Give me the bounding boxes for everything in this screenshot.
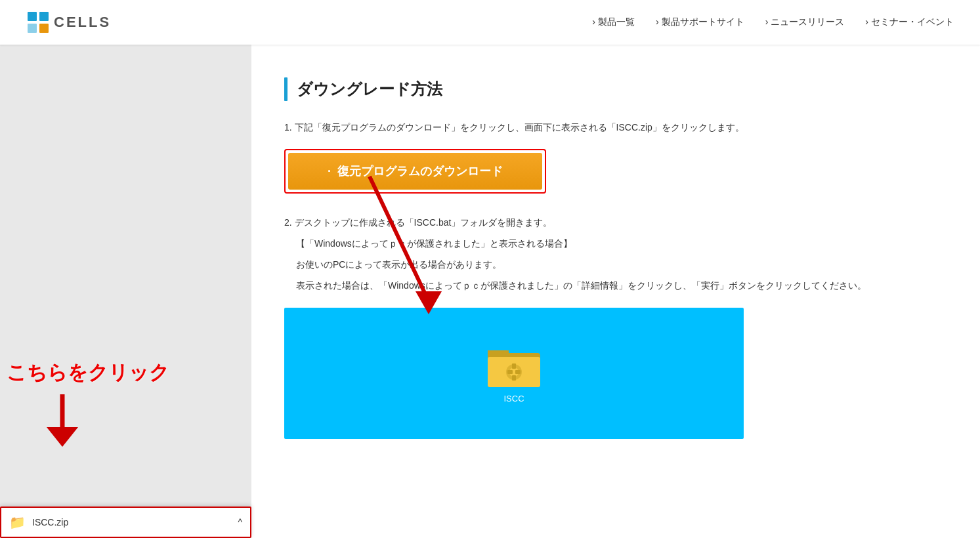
sidebar: こちらをクリック: [0, 45, 251, 538]
svg-rect-0: [28, 12, 37, 21]
download-filename: ISCC.zip: [32, 517, 231, 528]
screenshot-area: ISCC: [284, 308, 744, 439]
step2-line2: 【「Windowsによってｐｃが保護されました」と表示される場合】: [284, 234, 941, 253]
step2-text: 2. デスクトップに作成される「ISCC.bat」フォルダを開きます。 【「Wi…: [284, 213, 941, 295]
svg-rect-13: [512, 363, 516, 369]
red-arrow-icon: [43, 394, 82, 447]
logo-icon: [26, 10, 50, 34]
annotation-area: こちらをクリック: [7, 360, 169, 449]
svg-rect-3: [39, 24, 49, 33]
download-button-wrapper: · 復元プログラムのダウンロード: [284, 149, 546, 194]
download-button-label: 復元プログラムのダウンロード: [337, 163, 503, 179]
folder-label: ISCC: [503, 394, 524, 404]
svg-rect-2: [28, 24, 37, 33]
folder-icon-wrap: ISCC: [488, 344, 540, 404]
nav-products[interactable]: 製品一覧: [592, 16, 635, 28]
svg-marker-5: [47, 427, 78, 447]
section-title-bar: ダウングレード方法: [284, 77, 941, 101]
annotation-text: こちらをクリック: [7, 360, 169, 385]
step2-line1: 2. デスクトップに作成される「ISCC.bat」フォルダを開きます。: [284, 213, 941, 232]
bottom-bar[interactable]: 📁 ISCC.zip ^: [0, 507, 251, 538]
logo-text: CELLS: [54, 14, 111, 31]
nav-links: 製品一覧 製品サポートサイト ニュースリリース セミナー・イベント: [592, 16, 954, 28]
page-body: こちらをクリック ダウングレード方法 1. 下記「復元プログラムのダウンロード」…: [0, 45, 980, 538]
svg-rect-16: [515, 370, 521, 374]
download-button[interactable]: · 復元プログラムのダウンロード: [288, 153, 542, 190]
section-accent: [284, 77, 288, 101]
main-content: ダウングレード方法 1. 下記「復元プログラムのダウンロード」をクリックし、画面…: [251, 45, 980, 538]
nav-support[interactable]: 製品サポートサイト: [656, 16, 744, 28]
step1-text: 1. 下記「復元プログラムのダウンロード」をクリックし、画面下に表示される「IS…: [284, 119, 941, 136]
nav-seminar[interactable]: セミナー・イベント: [865, 16, 954, 28]
section-title: ダウングレード方法: [297, 79, 442, 100]
logo: CELLS: [26, 10, 111, 34]
chevron-icon[interactable]: ^: [238, 517, 242, 528]
file-icon: 📁: [9, 514, 26, 530]
button-dot: ·: [328, 165, 331, 178]
step2-line4: 表示された場合は、「Windowsによってｐｃが保護されました」の「詳細情報」を…: [284, 276, 941, 295]
folder-icon: [488, 344, 540, 390]
svg-rect-1: [39, 12, 49, 21]
step2-line3: お使いのPCによって表示が出る場合があります。: [284, 255, 941, 274]
nav-news[interactable]: ニュースリリース: [765, 16, 845, 28]
svg-rect-14: [512, 375, 516, 381]
page-header: CELLS 製品一覧 製品サポートサイト ニュースリリース セミナー・イベント: [0, 0, 980, 45]
svg-rect-15: [507, 370, 513, 374]
